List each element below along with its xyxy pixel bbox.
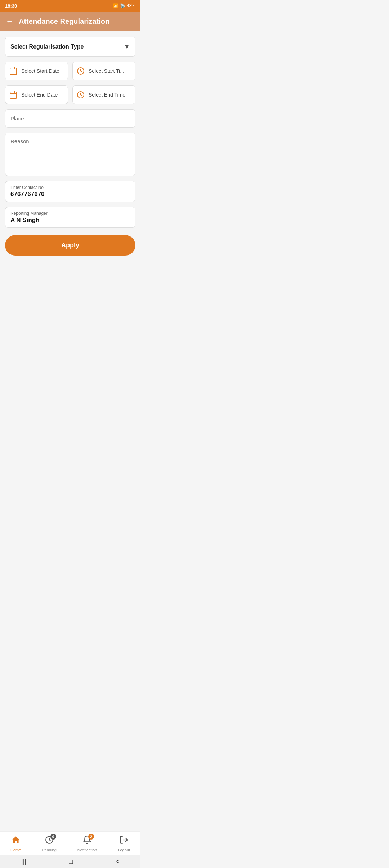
end-date-button[interactable]: Select End Date <box>5 85 68 104</box>
header: ← Attendance Regularization <box>0 12 140 31</box>
end-time-button[interactable]: Select End Time <box>72 85 135 104</box>
calendar-icon-end <box>9 90 18 99</box>
page-title: Attendance Regularization <box>19 17 109 26</box>
contact-field: Enter Contact No 6767767676 <box>5 181 135 202</box>
place-input[interactable] <box>5 109 135 128</box>
end-time-label: Select End Time <box>89 92 125 98</box>
reporting-manager-value: A N Singh <box>10 217 40 223</box>
clock-icon-end <box>76 90 85 99</box>
main-content: Select Regularisation Type ▼ Select Star… <box>0 31 140 305</box>
status-bar: 18:30 📶 📡 43% <box>0 0 140 12</box>
back-button[interactable]: ← <box>6 17 14 26</box>
signal-icon: 📡 <box>120 3 125 8</box>
reporting-manager-label: Reporting Manager <box>10 211 130 216</box>
svg-line-6 <box>81 71 82 72</box>
contact-label: Enter Contact No <box>10 185 130 190</box>
reporting-manager-field: Reporting Manager A N Singh <box>5 207 135 228</box>
battery-text: 43% <box>127 3 135 8</box>
svg-rect-7 <box>10 92 17 98</box>
end-date-label: Select End Date <box>21 92 58 98</box>
status-icons: 📶 📡 43% <box>113 3 135 8</box>
regularisation-type-label: Select Regularisation Type <box>10 44 84 50</box>
start-date-label: Select Start Date <box>21 68 59 74</box>
calendar-icon <box>9 67 18 75</box>
svg-rect-0 <box>10 68 17 75</box>
contact-value: 6767767676 <box>10 191 45 198</box>
start-date-time-row: Select Start Date Select Start Ti... <box>5 62 135 80</box>
start-time-button[interactable]: Select Start Ti... <box>72 62 135 80</box>
start-time-label: Select Start Ti... <box>89 68 124 74</box>
apply-button[interactable]: Apply <box>5 235 135 256</box>
end-date-time-row: Select End Date Select End Time <box>5 85 135 104</box>
svg-line-13 <box>81 95 82 96</box>
wifi-icon: 📶 <box>113 3 119 8</box>
reason-textarea[interactable] <box>5 133 135 176</box>
chevron-down-icon: ▼ <box>124 43 130 50</box>
start-date-button[interactable]: Select Start Date <box>5 62 68 80</box>
status-time: 18:30 <box>5 3 17 9</box>
regularisation-type-dropdown[interactable]: Select Regularisation Type ▼ <box>5 37 135 57</box>
clock-icon <box>76 67 85 75</box>
